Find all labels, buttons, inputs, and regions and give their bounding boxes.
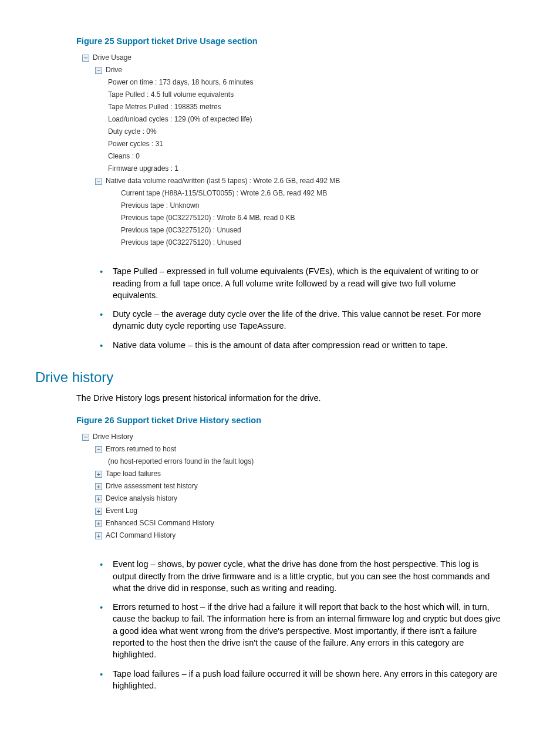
drive-usage-tree: − Drive Usage − Drive Power on time : 17…	[82, 52, 525, 249]
collapse-icon[interactable]: −	[95, 446, 102, 453]
drive-history-tree: − Drive History − Errors returned to hos…	[82, 431, 525, 542]
tree-label: Enhanced SCSI Command History	[106, 517, 214, 529]
collapse-icon[interactable]: −	[95, 178, 102, 185]
list-item: Native data volume – this is the amount …	[100, 339, 501, 351]
tree-label: Tape load failures	[106, 468, 161, 480]
tree-node-errors-to-host[interactable]: − Errors returned to host	[95, 443, 525, 455]
collapse-icon[interactable]: −	[82, 55, 89, 62]
tree-leaf: Previous tape (0C32275120) : Wrote 6.4 M…	[121, 212, 525, 224]
tree-node-drive-usage[interactable]: − Drive Usage	[82, 52, 525, 64]
tree-leaf: Previous tape (0C32275120) : Unused	[121, 237, 525, 249]
tree-leaf: Cleans : 0	[108, 150, 525, 163]
section-intro: The Drive History logs present historica…	[76, 392, 525, 404]
tree-node-event-log[interactable]: + Event Log	[95, 505, 525, 517]
figure26-caption: Figure 26 Support ticket Drive History s…	[76, 414, 525, 426]
tree-label: Event Log	[106, 505, 137, 517]
tree-leaf: Tape Metres Pulled : 198835 metres	[108, 101, 525, 113]
expand-icon[interactable]: +	[95, 471, 102, 478]
tree-leaf: Power cycles : 31	[108, 138, 525, 150]
tree-leaf: Previous tape : Unknown	[121, 200, 525, 212]
tree-label: Native data volume read/written (last 5 …	[106, 175, 340, 187]
tree-node-drive[interactable]: − Drive	[95, 64, 525, 76]
expand-icon[interactable]: +	[95, 495, 102, 502]
figure25-caption: Figure 25 Support ticket Drive Usage sec…	[76, 35, 525, 47]
tree-leaf: Previous tape (0C32275120) : Unused	[121, 224, 525, 237]
tree-node-native-volume[interactable]: − Native data volume read/written (last …	[95, 175, 525, 187]
tree-leaf: Duty cycle : 0%	[108, 126, 525, 138]
list-item: Duty cycle – the average duty cycle over…	[100, 308, 501, 332]
tree-label: Device analysis history	[106, 492, 177, 505]
section-heading-drive-history: Drive history	[35, 367, 525, 387]
tree-label: Drive assessment test history	[106, 480, 198, 492]
expand-icon[interactable]: +	[95, 532, 102, 539]
tree-leaf: Power on time : 173 days, 18 hours, 6 mi…	[108, 76, 525, 89]
tree-node-aci-history[interactable]: + ACI Command History	[95, 529, 525, 542]
tree-node-tape-load-failures[interactable]: + Tape load failures	[95, 468, 525, 480]
tree-leaf: Current tape (H88A-115/SLOT0055) : Wrote…	[121, 187, 525, 200]
collapse-icon[interactable]: −	[82, 434, 89, 441]
tree-label: Drive	[106, 64, 122, 76]
tree-node-scsi-history[interactable]: + Enhanced SCSI Command History	[95, 517, 525, 529]
expand-icon[interactable]: +	[95, 483, 102, 490]
tree-node-device-analysis[interactable]: + Device analysis history	[95, 492, 525, 505]
list-item: Event log – shows, by power cycle, what …	[100, 558, 501, 594]
bullets-figure26: Event log – shows, by power cycle, what …	[100, 558, 501, 691]
tree-node-drive-assessment[interactable]: + Drive assessment test history	[95, 480, 525, 492]
list-item: Errors returned to host – if the drive h…	[100, 601, 501, 660]
tree-label: Drive History	[93, 431, 133, 443]
tree-label: ACI Command History	[106, 529, 176, 542]
bullets-figure25: Tape Pulled – expressed in full volume e…	[100, 265, 501, 351]
tree-leaf: Tape Pulled : 4.5 full volume equivalent…	[108, 89, 525, 101]
expand-icon[interactable]: +	[95, 508, 102, 515]
tree-label: Drive Usage	[93, 52, 131, 64]
tree-label: Errors returned to host	[106, 443, 176, 455]
expand-icon[interactable]: +	[95, 520, 102, 527]
tree-leaf: (no host-reported errors found in the fa…	[108, 455, 525, 468]
tree-leaf: Load/unload cycles : 129 (0% of expected…	[108, 113, 525, 126]
tree-node-drive-history[interactable]: − Drive History	[82, 431, 525, 443]
tree-leaf: Firmware upgrades : 1	[108, 163, 525, 175]
list-item: Tape load failures – if a push load fail…	[100, 668, 501, 692]
list-item: Tape Pulled – expressed in full volume e…	[100, 265, 501, 301]
collapse-icon[interactable]: −	[95, 67, 102, 74]
